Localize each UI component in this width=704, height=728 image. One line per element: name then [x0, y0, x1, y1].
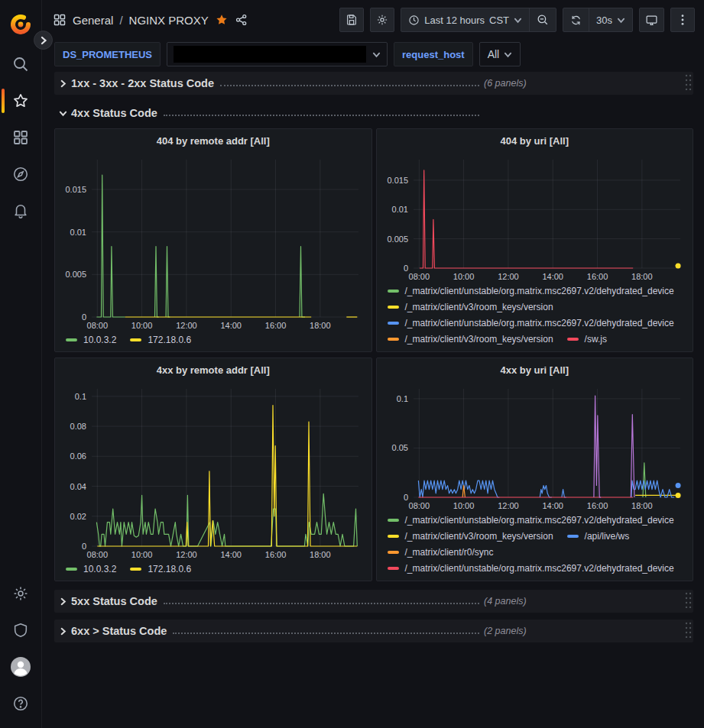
sidebar-item-alerting[interactable]	[0, 193, 42, 229]
save-dashboard-button[interactable]	[339, 8, 364, 32]
sidebar-item-starred[interactable]	[0, 83, 42, 119]
chevron-down-icon[interactable]	[54, 109, 71, 118]
time-picker-group: Last 12 hours CST	[401, 8, 556, 32]
sidebar-item-server-admin[interactable]	[0, 612, 42, 649]
svg-text:0.05: 0.05	[391, 443, 407, 452]
tv-mode-button[interactable]	[639, 8, 664, 32]
legend-item[interactable]: /_matrix/client/r0/sync	[388, 546, 494, 558]
legend-item[interactable]: /_matrix/client/unstable/org.matrix.msc2…	[388, 317, 674, 328]
dashboard-settings-button[interactable]	[370, 8, 394, 32]
row-5xx[interactable]: 5xx Status Code (4 panels)	[54, 590, 693, 613]
chart-svg[interactable]: 00.020.040.060.080.108:0010:0012:0014:00…	[61, 381, 365, 561]
chevron-right-icon[interactable]	[54, 597, 71, 606]
svg-text:18:00: 18:00	[631, 272, 653, 281]
legend-item[interactable]: /api/live/ws	[567, 530, 630, 542]
svg-text:18:00: 18:00	[310, 321, 331, 330]
refresh-interval-picker[interactable]: 30s	[589, 8, 632, 31]
breadcrumb-section[interactable]: General	[73, 14, 113, 27]
panel-title: 404 by remote addr [All]	[157, 135, 270, 147]
series-line	[418, 480, 674, 497]
row-drag-handle[interactable]	[684, 621, 692, 641]
chart-svg[interactable]: 00.0050.010.01508:0010:0012:0014:0016:00…	[383, 152, 686, 283]
panel-header[interactable]: 404 by uri [All]	[383, 129, 687, 152]
svg-text:0: 0	[403, 264, 407, 273]
grid-lines	[414, 160, 680, 268]
chart-svg[interactable]: 00.050.108:0010:0012:0014:0016:0018:00	[383, 381, 686, 513]
refresh-button[interactable]	[563, 8, 589, 31]
series-line	[96, 493, 357, 546]
svg-text:0.01: 0.01	[70, 228, 86, 237]
legend-swatch	[388, 551, 399, 554]
time-range-picker[interactable]: Last 12 hours CST	[401, 8, 529, 31]
legend-item[interactable]: /_matrix/client/v3/room_keys/version	[388, 333, 553, 345]
variable-select-ds-prometheus[interactable]	[167, 42, 388, 66]
breadcrumb: General / NGINX PROXY	[53, 13, 248, 27]
legend-item[interactable]: 10.0.3.2	[66, 563, 116, 574]
row-6xx[interactable]: 6xx > Status Code (2 panels)	[54, 620, 693, 642]
row-title[interactable]: 4xx Status Code	[71, 107, 157, 119]
sidebar-expand-button[interactable]	[34, 31, 53, 50]
svg-text:0.015: 0.015	[387, 176, 408, 185]
panel-2: 404 by uri [All] 00.0050.010.01508:0010:…	[376, 128, 694, 352]
legend-item[interactable]: 172.18.0.6	[130, 334, 191, 345]
sidebar-item-help[interactable]	[0, 685, 42, 722]
panel-1: 404 by remote addr [All] 00.0050.010.015…	[54, 128, 372, 352]
panel-4: 4xx by uri [All] 00.050.108:0010:0012:00…	[376, 358, 694, 581]
legend-item[interactable]: 172.18.0.6	[130, 563, 191, 574]
more-options-button[interactable]	[670, 8, 695, 32]
panel-title: 4xx by uri [All]	[500, 364, 569, 376]
zoom-out-button[interactable]	[530, 8, 556, 31]
svg-text:10:00: 10:00	[131, 550, 153, 559]
dashboard-title[interactable]: NGINX PROXY	[129, 14, 209, 27]
legend-item[interactable]: 10.0.3.2	[66, 334, 116, 345]
svg-text:14:00: 14:00	[220, 321, 242, 330]
legend-item[interactable]: /_matrix/client/v3/room_keys/version	[388, 301, 553, 312]
panel-header[interactable]: 4xx by remote addr [All]	[61, 358, 365, 381]
series-point	[675, 483, 680, 488]
sidebar-item-profile[interactable]	[0, 649, 42, 685]
grafana-app: General / NGINX PROXY	[0, 0, 704, 728]
legend-item[interactable]: /_matrix/client/unstable/org.matrix.msc2…	[388, 285, 674, 296]
row-drag-handle[interactable]	[684, 73, 692, 93]
sidebar-item-dashboards[interactable]	[0, 119, 42, 156]
variable-label-request-host[interactable]: request_host	[394, 42, 473, 66]
legend-label: 172.18.0.6	[148, 335, 191, 345]
series-point	[675, 263, 680, 268]
row-1xx-3xx-2xx[interactable]: 1xx - 3xx - 2xx Status Code (6 panels)	[54, 72, 693, 95]
star-filled-icon[interactable]	[215, 13, 229, 27]
legend-item[interactable]: /_matrix/client/unstable/org.matrix.msc2…	[388, 514, 674, 526]
row-title[interactable]: 6xx > Status Code	[71, 625, 167, 637]
chart-svg[interactable]: 00.0050.010.01508:0010:0012:0014:0016:00…	[61, 152, 365, 332]
row-title-group: 1xx - 3xx - 2xx Status Code	[54, 77, 484, 89]
row-4xx[interactable]: 4xx Status Code	[54, 102, 693, 125]
legend-swatch	[66, 568, 77, 571]
row-panel-count: (6 panels)	[484, 78, 527, 89]
legend-item[interactable]: /_matrix/client/unstable/org.matrix.msc2…	[388, 578, 674, 581]
dashboard-grid-icon	[53, 13, 67, 27]
svg-text:18:00: 18:00	[310, 550, 331, 559]
row-drag-handle[interactable]	[684, 591, 692, 611]
legend-item[interactable]: /_matrix/client/unstable/org.matrix.msc2…	[388, 562, 674, 574]
sidebar-item-settings[interactable]	[0, 575, 42, 612]
variable-label-ds-prometheus[interactable]: DS_PROMETHEUS	[54, 42, 161, 66]
panel-header[interactable]: 4xx by uri [All]	[383, 358, 687, 381]
sidebar-item-search[interactable]	[0, 46, 42, 83]
row-dotted-leader	[220, 79, 479, 86]
sidebar-item-explore[interactable]	[0, 156, 42, 193]
legend-swatch	[567, 338, 579, 341]
row-title[interactable]: 5xx Status Code	[71, 595, 157, 607]
share-icon[interactable]	[235, 13, 248, 27]
variable-select-request-host[interactable]: All	[479, 42, 521, 66]
legend-item[interactable]: /sw.js	[567, 333, 607, 345]
legend-item[interactable]: /_matrix/client/v3/room_keys/version	[388, 530, 553, 542]
panel-header[interactable]: 404 by remote addr [All]	[61, 129, 365, 152]
series-line	[593, 396, 634, 497]
svg-text:14:00: 14:00	[220, 550, 242, 559]
row-title[interactable]: 1xx - 3xx - 2xx Status Code	[71, 77, 214, 89]
legend-label: /_matrix/client/unstable/org.matrix.msc2…	[405, 515, 674, 526]
chevron-right-icon[interactable]	[54, 627, 71, 636]
chevron-right-icon[interactable]	[54, 79, 71, 88]
panels-grid: 404 by remote addr [All] 00.0050.010.015…	[54, 128, 693, 581]
kebab-menu-icon	[677, 14, 688, 26]
svg-text:10:00: 10:00	[453, 501, 474, 510]
